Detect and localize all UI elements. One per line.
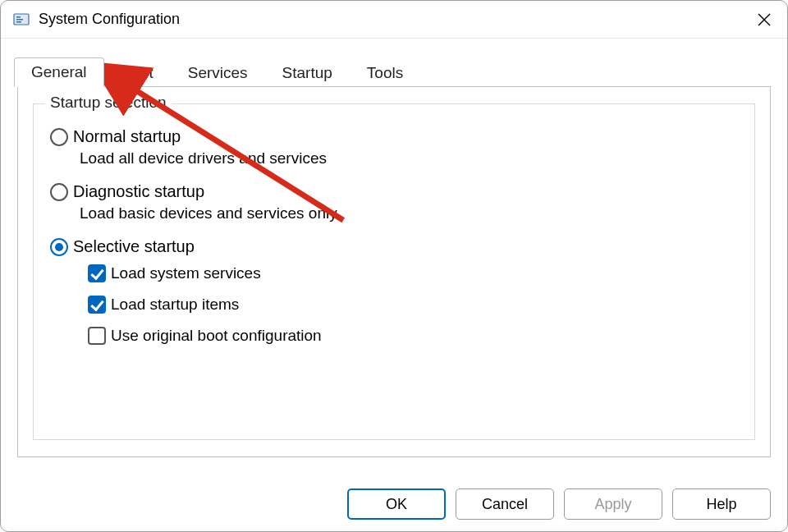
option-normal-startup[interactable]: Normal startup [50,127,738,146]
checkbox-load-system-services[interactable] [88,264,106,282]
tabs: General Boot Services Startup Tools [14,55,787,86]
startup-options: Normal startup Load all device drivers a… [34,104,754,366]
radio-diagnostic-startup[interactable] [50,183,68,201]
option-selective-startup[interactable]: Selective startup [50,237,738,256]
system-configuration-window: System Configuration General Boot Servic… [0,0,788,532]
tab-general[interactable]: General [14,57,104,87]
close-icon [758,13,771,26]
checkbox-use-original-boot[interactable] [88,327,106,345]
checkbox-load-startup-items[interactable] [88,296,106,314]
label-normal-startup: Normal startup [73,127,181,146]
svg-rect-1 [16,16,21,18]
desc-normal-startup: Load all device drivers and services [80,149,738,167]
window-title: System Configuration [39,11,180,28]
check-load-system-services[interactable]: Load system services [88,264,738,282]
group-legend: Startup selection [45,94,172,112]
cancel-button[interactable]: Cancel [456,488,554,520]
option-diagnostic-startup[interactable]: Diagnostic startup [50,182,738,201]
dialog-buttons: OK Cancel Apply Help [347,488,771,520]
tab-content: Startup selection Normal startup Load al… [17,86,771,457]
tab-tools[interactable]: Tools [350,58,420,87]
label-selective-startup: Selective startup [73,237,195,256]
startup-selection-group: Startup selection Normal startup Load al… [33,103,755,440]
close-button[interactable] [744,1,784,39]
label-load-system-services: Load system services [111,264,261,282]
label-use-original-boot: Use original boot configuration [111,327,322,345]
help-button[interactable]: Help [672,488,771,520]
ok-button[interactable]: OK [347,488,446,520]
svg-rect-2 [16,19,23,21]
radio-selective-startup[interactable] [50,238,68,256]
label-load-startup-items: Load startup items [111,296,239,314]
check-load-startup-items[interactable]: Load startup items [88,296,738,314]
apply-button: Apply [564,488,662,520]
desc-diagnostic-startup: Load basic devices and services only [80,204,738,222]
tab-services[interactable]: Services [171,58,265,87]
tab-boot[interactable]: Boot [104,58,171,87]
tab-startup[interactable]: Startup [265,58,350,87]
titlebar: System Configuration [1,1,787,39]
svg-rect-3 [16,21,21,23]
app-icon [12,11,30,29]
check-use-original-boot[interactable]: Use original boot configuration [88,327,738,345]
radio-normal-startup[interactable] [50,128,68,146]
label-diagnostic-startup: Diagnostic startup [73,182,204,201]
